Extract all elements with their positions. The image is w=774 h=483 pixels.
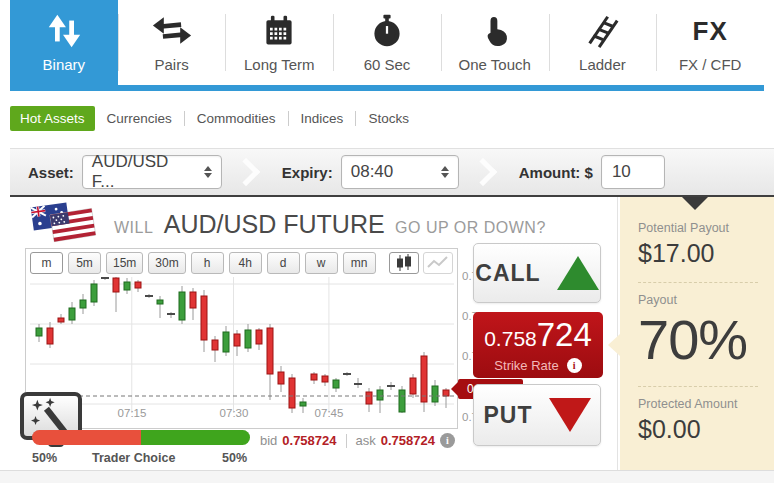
ask-value: 0.758724 (381, 433, 435, 448)
one-touch-hand-icon (477, 12, 513, 50)
question-suffix: GO UP OR DOWN? (395, 219, 546, 236)
protected-amount-value: $0.00 (638, 415, 774, 444)
time-tick: 07:30 (220, 407, 249, 419)
nav-hot-assets[interactable]: Hot Assets (10, 106, 95, 131)
call-button-label: CALL (475, 260, 540, 287)
calendar-icon (261, 12, 297, 50)
payout-percentage: 70% (638, 307, 774, 372)
line-chart-icon[interactable] (423, 252, 453, 274)
timeframe-m-button[interactable]: m (30, 252, 63, 274)
timeframe-h-button[interactable]: h (191, 252, 224, 274)
timeframe-4h-button[interactable]: 4h (229, 252, 262, 274)
protected-amount-label: Protected Amount (638, 397, 774, 411)
tab-label: One Touch (459, 56, 531, 73)
tab-60-sec[interactable]: 60 Sec (333, 0, 441, 85)
tab-ladder[interactable]: Ladder (549, 0, 657, 85)
put-down-triangle-icon (549, 398, 591, 432)
trader-choice-call-share (141, 430, 250, 445)
active-tab-underline (10, 85, 764, 91)
timeframe-mn-button[interactable]: mn (343, 252, 376, 274)
trader-choice-label: Trader Choice (92, 451, 175, 465)
strike-rate-box: 0.758724 Strike Rate i (473, 312, 603, 378)
ask-label: ask (356, 433, 376, 448)
tab-label: Pairs (154, 56, 188, 73)
chart-type-switch (389, 252, 453, 274)
binary-arrows-icon (45, 12, 83, 50)
nav-stocks[interactable]: Stocks (356, 111, 421, 126)
summary-divider (638, 386, 758, 387)
timeframe-15m-button[interactable]: 15m (106, 252, 143, 274)
time-axis: 07:15 07:30 07:45 (26, 407, 457, 427)
put-button-label: PUT (484, 402, 533, 429)
ladder-icon (583, 12, 621, 50)
timeframe-5m-button[interactable]: 5m (68, 252, 101, 274)
trade-setup-toolbar: Asset: AUD/USD F... Expiry: 08:40 Amount… (10, 148, 774, 197)
bid-value: 0.758724 (282, 433, 336, 448)
payout-summary-panel: Potential Payout $17.00 Payout 70% Prote… (620, 197, 774, 470)
question-text: WILL AUD/USD FUTURE GO UP OR DOWN? (114, 210, 546, 239)
strike-rate-value: 0.758724 (473, 320, 603, 356)
call-button[interactable]: CALL (473, 243, 601, 303)
call-up-triangle-icon (557, 256, 599, 290)
amount-label: Amount: $ (519, 164, 593, 181)
tab-label: Long Term (244, 56, 315, 73)
question-header: WILL AUD/USD FUTURE GO UP OR DOWN? (30, 202, 546, 246)
bid-ask-separator (346, 434, 347, 448)
timeframe-30m-button[interactable]: 30m (148, 252, 185, 274)
tab-long-term[interactable]: Long Term (225, 0, 333, 85)
expiry-select-value: 08:40 (351, 162, 394, 182)
footer-strip (0, 470, 774, 483)
tab-binary[interactable]: Binary (10, 0, 118, 85)
strike-rate-suffix: 724 (537, 316, 592, 353)
tab-one-touch[interactable]: One Touch (441, 0, 549, 85)
bid-label: bid (260, 433, 277, 448)
tab-label: Ladder (579, 56, 626, 73)
bid-ask-info-icon[interactable]: i (440, 433, 455, 448)
nav-currencies[interactable]: Currencies (95, 111, 184, 126)
asset-select[interactable]: AUD/USD F... (82, 155, 222, 189)
sort-arrows-icon (441, 166, 449, 178)
timeframe-w-button[interactable]: w (305, 252, 338, 274)
put-button[interactable]: PUT (473, 384, 601, 446)
amount-input[interactable] (601, 155, 665, 189)
trader-choice-left-pct: 50% (32, 451, 57, 465)
asset-label: Asset: (28, 164, 74, 181)
pairs-arrows-icon (152, 12, 192, 50)
asset-category-nav: Hot Assets Currencies Commodities Indice… (10, 104, 421, 132)
nav-indices[interactable]: Indices (289, 111, 356, 126)
payout-label: Payout (638, 293, 774, 307)
tab-label: Binary (43, 56, 86, 73)
tab-label: 60 Sec (364, 56, 411, 73)
time-tick: 07:45 (315, 407, 344, 419)
chart-panel: m 5m 15m 30m h 4h d w mn 07:15 07:30 07:… (25, 248, 458, 429)
sort-arrows-icon (204, 166, 212, 178)
aud-usd-flags-icon (30, 202, 100, 246)
strike-rate-prefix: 0.758 (484, 327, 537, 350)
chevron-separator-icon (232, 158, 260, 186)
asset-select-value: AUD/USD F... (92, 152, 194, 192)
fx-text-icon: FX (693, 12, 728, 50)
tab-fx-cfd[interactable]: FX FX / CFD (656, 0, 764, 85)
question-asset: AUD/USD FUTURE (164, 210, 385, 238)
time-tick: 07:15 (118, 407, 147, 419)
summary-divider (638, 282, 758, 283)
trader-choice-bar (32, 430, 250, 445)
strike-rate-label: Strike Rate (494, 358, 558, 373)
trader-choice-put-share (32, 430, 141, 445)
trader-choice-right-pct: 50% (222, 451, 247, 465)
amount-pointer-triangle (682, 197, 708, 210)
nav-commodities[interactable]: Commodities (185, 111, 288, 126)
question-prefix: WILL (114, 219, 153, 236)
candlestick-chart[interactable] (30, 277, 454, 413)
potential-payout-label: Potential Payout (638, 221, 774, 235)
instrument-tab-bar: Binary Pairs (10, 0, 764, 85)
tab-pairs[interactable]: Pairs (118, 0, 226, 85)
candlestick-chart-icon[interactable] (389, 252, 419, 274)
chevron-separator-icon (469, 158, 497, 186)
timeframe-toolbar: m 5m 15m 30m h 4h d w mn (26, 249, 457, 277)
expiry-select[interactable]: 08:40 (341, 155, 459, 189)
stopwatch-icon (369, 12, 405, 50)
strike-pointer-notch (608, 334, 620, 356)
strike-rate-info-icon[interactable]: i (567, 358, 582, 373)
timeframe-d-button[interactable]: d (267, 252, 300, 274)
